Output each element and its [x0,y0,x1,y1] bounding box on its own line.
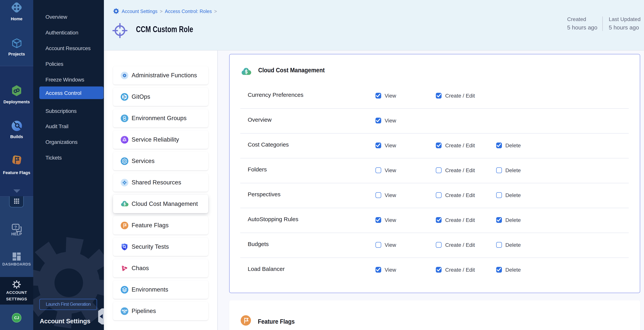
svg-text:?: ? [14,225,16,230]
